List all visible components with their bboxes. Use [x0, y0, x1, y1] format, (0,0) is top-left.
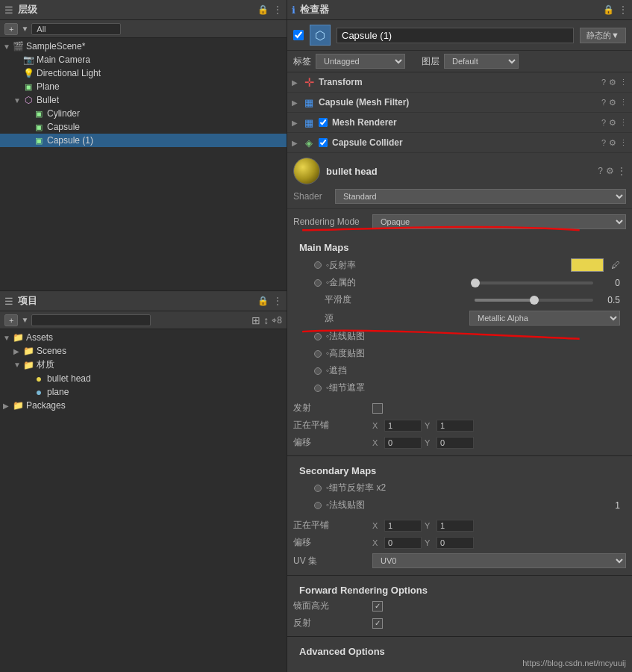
tag-dropdown[interactable]: Untagged — [316, 54, 405, 69]
inspector-more-icon[interactable]: ⋮ — [619, 4, 628, 15]
component-mesh-filter[interactable]: ▶ ▦ Capsule (Mesh Filter) ? ⚙ ⋮ — [287, 93, 632, 113]
object-name-row: ⬡ 静态的▼ — [287, 20, 632, 51]
capsule-collider-help-icon[interactable]: ? — [601, 138, 606, 148]
sec-offset-x-label: X — [372, 538, 381, 547]
mesh-renderer-help-icon[interactable]: ? — [601, 118, 606, 128]
tree-item-bullet[interactable]: ▼ ⬡ Bullet — [0, 93, 287, 107]
tag-label: 标签 — [293, 55, 311, 68]
reflectivity-swatch[interactable] — [571, 258, 604, 272]
sec-offset-x-input[interactable] — [384, 537, 422, 549]
tree-item-samplescene[interactable]: ▼ 🎬 SampleScene* — [0, 40, 287, 53]
lock-icon[interactable]: 🔒 — [257, 4, 269, 15]
sec-tiling-x-input[interactable] — [384, 520, 422, 532]
project-lock-icon[interactable]: 🔒 — [257, 296, 269, 306]
tree-item-cylinder[interactable]: ▣ Cylinder — [0, 107, 287, 120]
capsule-collider-checkbox[interactable] — [319, 138, 328, 147]
inspector-header-icons: 🔒 ⋮ — [603, 4, 628, 15]
tiling-x-label: X — [372, 421, 381, 430]
component-transform[interactable]: ▶ ✛ Transform ? ⚙ ⋮ — [287, 72, 632, 93]
project-item-scenes[interactable]: ▶ 📁 Scenes — [0, 344, 287, 358]
specular-label: 镜面高光 — [293, 600, 368, 612]
occlusion-circle — [314, 367, 322, 375]
source-dropdown[interactable]: Metallic Alpha — [469, 311, 620, 326]
material-settings-icon[interactable]: ⚙ — [606, 166, 614, 176]
hierarchy-add-button[interactable]: + — [4, 23, 18, 35]
project-item-assets[interactable]: ▼ 📁 Assets — [0, 331, 287, 344]
sec-tiling-label: 正在平铺 — [293, 519, 368, 532]
tiling-x-input[interactable] — [384, 420, 422, 432]
tree-label-plane-mat: plane — [47, 387, 69, 397]
tree-item-capsule[interactable]: ▣ Capsule — [0, 120, 287, 134]
mesh-filter-help-icon[interactable]: ? — [601, 98, 606, 108]
mesh-renderer-settings-icon[interactable]: ⚙ — [609, 118, 616, 128]
tree-icon-cylinder: ▣ — [33, 108, 45, 119]
layer-dropdown[interactable]: Default — [444, 54, 519, 69]
tree-item-directional-light[interactable]: 💡 Directional Light — [0, 66, 287, 80]
project-icon-2[interactable]: ↕ — [263, 314, 269, 326]
smoothness-slider-track[interactable] — [475, 299, 593, 302]
mesh-filter-settings-icon[interactable]: ⚙ — [609, 98, 616, 108]
hierarchy-search-input[interactable] — [31, 23, 121, 35]
detail-normal-circle — [314, 502, 322, 509]
metallic-row: ◦金属的 0 — [314, 274, 620, 291]
transform-more-icon[interactable]: ⋮ — [619, 78, 628, 87]
mesh-filter-component-icons: ? ⚙ ⋮ — [601, 98, 628, 108]
tree-item-capsule-1[interactable]: ▣ Capsule (1) — [0, 134, 287, 147]
tiling-y-input[interactable] — [437, 420, 474, 432]
metallic-slider-track[interactable] — [475, 281, 593, 284]
project-add-button[interactable]: + — [4, 314, 18, 326]
transform-settings-icon[interactable]: ⚙ — [609, 78, 616, 87]
project-icon-1[interactable]: ⊞ — [251, 314, 260, 326]
hierarchy-header-icons: 🔒 ⋮ — [257, 4, 282, 15]
more-icon[interactable]: ⋮ — [273, 4, 282, 15]
transform-help-icon[interactable]: ? — [601, 78, 606, 87]
sec-tiling-y-input[interactable] — [437, 520, 474, 532]
tree-item-main-camera[interactable]: 📷 Main Camera — [0, 53, 287, 66]
project-item-packages[interactable]: ▶ 📁 Packages — [0, 399, 287, 412]
rendering-mode-dropdown[interactable]: Opaque — [372, 214, 626, 229]
mesh-filter-arrow: ▶ — [292, 99, 299, 107]
shader-row: Shader Standard — [293, 189, 626, 204]
tree-icon-capsule-1: ▣ — [33, 134, 45, 146]
uv-dropdown[interactable]: UV0 — [372, 553, 626, 568]
offset-x-input[interactable] — [384, 437, 422, 449]
occlusion-label: ◦遮挡 — [326, 364, 620, 377]
material-more-icon[interactable]: ⋮ — [617, 166, 626, 176]
component-mesh-renderer[interactable]: ▶ ▦ Mesh Renderer ? ⚙ ⋮ — [287, 113, 632, 133]
mesh-renderer-checkbox[interactable] — [319, 118, 328, 127]
emission-label: 发射 — [293, 402, 368, 414]
mesh-renderer-more-icon[interactable]: ⋮ — [619, 118, 628, 128]
object-name-input[interactable] — [337, 28, 574, 43]
component-capsule-collider[interactable]: ▶ ◈ Capsule Collider ? ⚙ ⋮ — [287, 133, 632, 153]
project-search-input[interactable] — [31, 314, 151, 326]
object-active-checkbox[interactable] — [293, 30, 304, 40]
reflection-checkbox[interactable] — [372, 618, 383, 629]
project-menu-icon: ☰ — [4, 296, 13, 307]
offset-y-input[interactable] — [437, 437, 474, 449]
inspector-lock-icon[interactable]: 🔒 — [603, 4, 614, 15]
normal-map-row: ◦法线贴图 — [314, 328, 620, 345]
specular-checkbox[interactable] — [372, 601, 383, 612]
tree-item-plane[interactable]: ▣ Plane — [0, 80, 287, 93]
capsule-collider-more-icon[interactable]: ⋮ — [619, 138, 628, 148]
emission-checkbox[interactable] — [372, 403, 383, 414]
capsule-collider-settings-icon[interactable]: ⚙ — [609, 138, 616, 148]
sec-offset-y-input[interactable] — [437, 537, 474, 549]
project-more-icon[interactable]: ⋮ — [273, 296, 282, 306]
eyedropper-icon[interactable]: 🖊 — [611, 260, 620, 270]
material-help-icon[interactable]: ? — [598, 166, 603, 176]
metallic-value: 0 — [598, 278, 620, 288]
static-button[interactable]: 静态的▼ — [580, 28, 626, 43]
project-item-bullet-head[interactable]: ● bullet head — [0, 372, 287, 385]
shader-dropdown[interactable]: Standard — [335, 189, 626, 204]
project-item-materials[interactable]: ▼ 📁 材质 — [0, 358, 287, 372]
project-icon-3[interactable]: ⌖8 — [272, 315, 282, 326]
detail-albedo-label: ◦细节反射率 x2 — [326, 482, 620, 494]
tree-label-bullet-head: bullet head — [47, 373, 91, 384]
sec-tiling-x-label: X — [372, 521, 381, 530]
mesh-filter-more-icon[interactable]: ⋮ — [619, 98, 628, 108]
tree-arrow-packages: ▶ — [3, 402, 12, 410]
project-item-plane[interactable]: ● plane — [0, 385, 287, 399]
capsule-collider-component-icons: ? ⚙ ⋮ — [601, 138, 628, 148]
tree-icon-capsule: ▣ — [33, 121, 45, 133]
